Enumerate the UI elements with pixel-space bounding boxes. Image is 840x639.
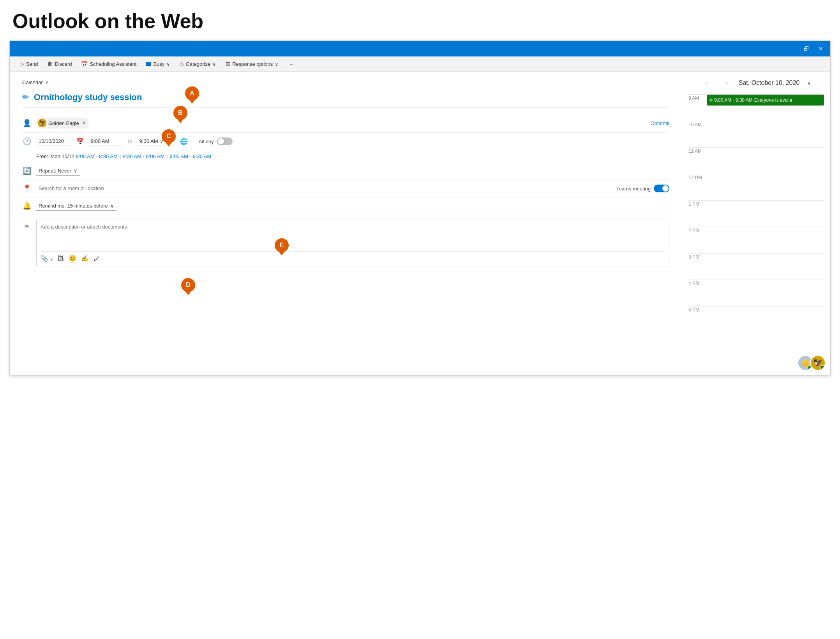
description-icon: ≡ [22, 223, 32, 231]
time-label-2pm: 2 PM [688, 227, 707, 233]
categorize-icon: ◇ [180, 61, 184, 67]
scheduling-button[interactable]: 📅 Scheduling Assistant [77, 59, 140, 69]
event-form: A B C D E Calendar ∨ ✏ 👤 🦅 Golden Eagle [10, 72, 682, 375]
time-slot-1pm: 1 PM [688, 200, 824, 227]
description-input[interactable] [41, 224, 665, 247]
emoji-button[interactable]: 🙂 [69, 255, 76, 262]
calendar-nav: ← → Sat, October 10, 2020 ∨ [688, 78, 824, 88]
free-date: Mon 10/12 [50, 153, 74, 159]
response-chevron-icon: ∨ [275, 61, 279, 67]
datetime-row: 🕐 10/10/2020 📅 9:00 AM to 9:30 AM ∨ 🌐 Al… [22, 133, 669, 150]
allday-toggle[interactable] [217, 137, 233, 145]
scheduling-icon: 📅 [81, 61, 88, 67]
restore-button[interactable]: 🗗 [801, 44, 812, 53]
event-time: 9:00 AM - 9:30 AM [714, 97, 753, 103]
send-button[interactable]: ▷ Send [16, 59, 42, 69]
calendar-event[interactable]: 9:00 AM - 9:30 AM Everyone is availa [707, 95, 824, 106]
cal-date-chevron-icon[interactable]: ∨ [807, 80, 811, 86]
annotation-D: D [181, 278, 195, 292]
time-slot-3pm: 3 PM [688, 253, 824, 280]
attendee-avatars: 👴 ✓ 🦅 ✓ [798, 355, 826, 371]
more-button[interactable]: ··· [286, 59, 298, 69]
categorize-chevron-icon: ∨ [212, 61, 216, 67]
time-separator-1: | [120, 153, 121, 159]
time-separator-2: | [166, 153, 168, 159]
time-slot-12pm: 12 PM [688, 174, 824, 200]
discard-icon: 🗑 [47, 61, 53, 67]
reminder-button[interactable]: Remind me: 15 minutes before ∨ [36, 201, 116, 211]
time-label-3pm: 3 PM [688, 253, 707, 260]
image-button[interactable]: 🖼 [58, 255, 64, 262]
time-label-5pm: 5 PM [688, 306, 707, 313]
location-input[interactable] [36, 184, 612, 193]
toggle-thumb [662, 185, 669, 192]
person-icon: 👤 [22, 119, 32, 127]
attendee-name: Golden Eagle [48, 120, 79, 126]
teams-label: Teams meeting [616, 186, 651, 192]
description-box: 📎 ∨ 🖼 🙂 ✍ 🖊 [36, 220, 669, 266]
app-window: 🗗 ✕ ▷ Send 🗑 Discard 📅 Scheduling Assist… [9, 40, 831, 376]
calendar-label: Calendar [22, 79, 43, 85]
repeat-button[interactable]: Repeat: Never ∨ [36, 166, 80, 176]
time-label-9am: 9 AM [688, 95, 707, 101]
busy-button[interactable]: Busy ∨ [142, 59, 174, 69]
attach-button[interactable]: 📎 ∨ [41, 255, 53, 262]
clock-icon: 🕐 [22, 137, 32, 146]
start-time-field[interactable]: 9:00 AM [88, 137, 124, 146]
event-dot [709, 99, 713, 102]
allday-toggle-container: All day [196, 137, 233, 145]
time-slot-4pm: 4 PM [688, 280, 824, 306]
time-slot-5pm: 5 PM [688, 306, 824, 333]
description-row: ≡ 📎 ∨ 🖼 🙂 ✍ 🖊 [22, 215, 669, 271]
optional-link[interactable]: Optional [651, 120, 669, 126]
location-row: 📍 Teams meeting [22, 180, 669, 197]
timezone-icon[interactable]: 🌐 [180, 138, 188, 145]
event-sub: Everyone is availa [754, 97, 792, 103]
attendee-remove-icon[interactable]: ✕ [82, 120, 86, 126]
reminder-row: 🔔 Remind me: 15 minutes before ∨ [22, 197, 669, 215]
free-time-3[interactable]: 9:00 AM - 9:30 AM [169, 153, 211, 159]
categorize-button[interactable]: ◇ Categorize ∨ [176, 59, 220, 69]
attendee-tag[interactable]: 🦅 Golden Eagle ✕ [36, 118, 89, 129]
response-options-button[interactable]: ⊞ Response options ∨ [222, 59, 282, 69]
attendees-row: 👤 🦅 Golden Eagle ✕ Optional [22, 114, 669, 133]
title-bar: 🗗 ✕ [10, 41, 830, 56]
toggle-thumb [218, 138, 224, 144]
draw-button[interactable]: ✍ [81, 255, 89, 262]
free-label: Free: [36, 153, 48, 159]
time-slot-2pm: 2 PM [688, 227, 824, 253]
time-label-10am: 10 AM [688, 121, 707, 127]
busy-chevron-icon: ∨ [166, 61, 170, 67]
description-toolbar: 📎 ∨ 🖼 🙂 ✍ 🖊 [41, 251, 665, 262]
main-content: A B C D E Calendar ∨ ✏ 👤 🦅 Golden Eagle [10, 72, 830, 375]
page-title: Outlook on the Web [0, 0, 840, 40]
avatar-check-2: ✓ [820, 365, 826, 371]
event-title-row: ✏ [22, 92, 669, 107]
calendar-selector[interactable]: Calendar ∨ [22, 79, 669, 85]
discard-button[interactable]: 🗑 Discard [43, 59, 76, 69]
user-avatar-2: 🦅 ✓ [810, 355, 826, 371]
close-button[interactable]: ✕ [816, 44, 826, 53]
end-time-field[interactable]: 9:30 AM ∨ [137, 137, 172, 146]
to-label: to [128, 139, 132, 144]
calendar-icon[interactable]: 📅 [76, 138, 84, 145]
avatar: 🦅 [38, 119, 46, 127]
reminder-chevron-icon: ∨ [110, 203, 114, 209]
response-icon: ⊞ [226, 61, 230, 67]
location-icon: 📍 [22, 184, 32, 193]
event-title-input[interactable] [34, 92, 669, 102]
signature-button[interactable]: 🖊 [94, 255, 100, 262]
free-time-2[interactable]: 8:30 AM - 9:00 AM [123, 153, 164, 159]
next-date-button[interactable]: → [720, 78, 732, 88]
repeat-row: 🔄 Repeat: Never ∨ [22, 162, 669, 180]
teams-toggle[interactable] [654, 185, 669, 192]
toolbar: ▷ Send 🗑 Discard 📅 Scheduling Assistant … [10, 56, 830, 72]
time-label-1pm: 1 PM [688, 201, 707, 207]
prev-date-button[interactable]: ← [701, 78, 714, 88]
free-time-1[interactable]: 8:00 AM - 8:30 AM [76, 153, 118, 159]
date-field[interactable]: 10/10/2020 [36, 137, 71, 146]
time-slots: 9 AM 9:00 AM - 9:30 AM Everyone is avail… [688, 94, 824, 333]
repeat-chevron-icon: ∨ [74, 168, 78, 174]
time-label-4pm: 4 PM [688, 280, 707, 286]
end-time-chevron-icon: ∨ [160, 138, 164, 144]
